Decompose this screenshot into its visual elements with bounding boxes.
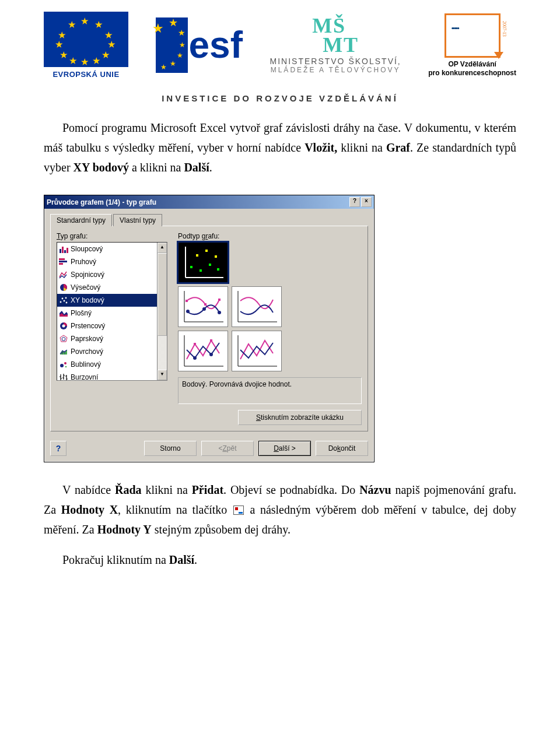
svg-rect-2 (64, 250, 66, 253)
op-logo: ····· 2007-13 OP Vzdělávání pro konkuren… (428, 13, 516, 77)
chart-type-label: Prstencový (71, 322, 105, 330)
chart-type-icon (59, 360, 68, 369)
op-frame-icon: ····· 2007-13 (444, 13, 501, 58)
chart-wizard-dialog: Průvodce grafem (1/4) - typ grafu ? × St… (44, 195, 374, 462)
svg-point-12 (65, 297, 67, 299)
msmt-title: MINISTERSTVO ŠKOLSTVÍ, (270, 57, 401, 66)
eu-label: EVROPSKÁ UNIE (52, 70, 119, 79)
svg-point-52 (218, 311, 221, 314)
chart-type-icon (59, 334, 68, 343)
op-years: 2007-13 (502, 21, 507, 37)
svg-rect-38 (190, 266, 192, 268)
svg-point-50 (186, 310, 190, 313)
subtype-description: Bodový. Porovnává dvojice hodnot. (178, 377, 362, 404)
chart-type-label: Burzovní (71, 373, 98, 380)
subtype-scatter-smooth[interactable] (232, 286, 282, 327)
chart-type-item[interactable]: Prstencový (57, 320, 157, 332)
chart-type-label: Bublinový (71, 360, 101, 369)
help-button[interactable]: ? (50, 441, 66, 456)
svg-point-59 (193, 356, 197, 360)
chart-type-icon (59, 308, 68, 318)
svg-rect-58 (210, 339, 212, 342)
chart-type-item[interactable]: XY bodový (57, 294, 157, 307)
svg-point-25 (64, 362, 66, 364)
chart-type-item[interactable]: Bublinový (57, 358, 157, 371)
banner-text: INVESTICE DO ROZVOJE VZDĚLÁVÁNÍ (44, 93, 516, 103)
chart-type-item[interactable]: Plošný (57, 307, 157, 320)
svg-rect-8 (59, 296, 68, 305)
subtype-scatter[interactable] (178, 242, 228, 283)
range-picker-icon (233, 506, 244, 515)
chart-type-label: Paprskový (71, 335, 103, 343)
paragraph-3: Pokračuj kliknutím na Další. (44, 550, 516, 570)
esf-flag-icon: ★ ★ ★ ★ ★ ★ ★ (156, 17, 188, 73)
titlebar-help-button[interactable]: ? (349, 197, 360, 207)
chart-type-item[interactable]: Výsečový (57, 281, 157, 294)
chart-type-icon (59, 244, 68, 254)
svg-point-60 (209, 353, 213, 356)
esf-text-icon: esf (189, 30, 243, 60)
svg-rect-1 (62, 247, 64, 253)
paragraph-2: V nabídce Řada klikni na Přidat. Objeví … (44, 480, 516, 539)
chart-type-item[interactable]: Povrchový (57, 345, 157, 358)
chart-type-item[interactable]: Paprskový (57, 332, 157, 345)
finish-button[interactable]: Dokončit (316, 441, 368, 456)
msmt-monogram-icon: MŠ MT (312, 16, 359, 54)
back-button[interactable]: < Zpět (201, 441, 254, 456)
scroll-thumb[interactable] (158, 253, 167, 336)
scrollbar[interactable]: ▲ ▼ (157, 243, 167, 380)
svg-rect-39 (196, 254, 198, 257)
titlebar-close-button[interactable]: × (361, 197, 372, 207)
chart-subtype-label: Podtyp grafu: (178, 232, 362, 240)
svg-point-26 (65, 366, 67, 368)
svg-marker-19 (62, 337, 65, 341)
svg-rect-4 (59, 258, 65, 260)
svg-point-24 (60, 364, 64, 367)
chart-type-icon (59, 296, 68, 305)
svg-point-11 (64, 300, 65, 302)
paragraph-1: Pomocí programu Microsoft Excel vytvoř g… (44, 118, 516, 177)
chart-type-label: Typ grafu: (57, 232, 167, 240)
chart-type-label: Spojnicový (71, 271, 104, 279)
svg-rect-44 (217, 268, 219, 271)
tab-standard-types[interactable]: Standardní typy (50, 214, 112, 226)
subtype-scatter-lines[interactable] (232, 331, 282, 371)
svg-rect-41 (205, 250, 208, 252)
chart-type-icon (59, 347, 68, 356)
svg-rect-40 (200, 269, 202, 272)
preview-button[interactable]: Stisknutím zobrazíte ukázku (238, 410, 362, 425)
svg-rect-5 (59, 261, 67, 262)
chart-type-icon (59, 283, 68, 292)
chart-type-label: XY bodový (71, 296, 104, 304)
op-dots-icon: ····· (451, 20, 459, 37)
chart-type-item[interactable]: Burzovní (57, 371, 157, 380)
chart-type-label: Povrchový (71, 348, 103, 356)
subtype-scatter-lines-markers[interactable] (178, 331, 228, 371)
svg-point-9 (60, 301, 62, 303)
tab-custom-types[interactable]: Vlastní typy (113, 214, 162, 226)
chart-type-item[interactable]: Sloupcový (57, 243, 157, 255)
subtype-scatter-smooth-markers[interactable] (178, 286, 228, 327)
chart-type-item[interactable]: Spojnicový (57, 268, 157, 281)
chart-type-label: Pruhový (71, 258, 96, 266)
scroll-up-button[interactable]: ▲ (158, 243, 167, 253)
cancel-button[interactable]: Storno (144, 441, 197, 456)
svg-point-17 (62, 325, 65, 328)
chart-type-label: Výsečový (71, 283, 100, 292)
svg-rect-49 (218, 299, 220, 301)
scroll-down-button[interactable]: ▼ (158, 370, 167, 380)
svg-rect-3 (66, 248, 68, 253)
next-button[interactable]: Další > (258, 441, 311, 456)
chart-type-icon (59, 321, 68, 331)
eu-logo: ★ ★ ★ ★ ★ ★ ★ ★ ★ ★ ★ ★ EVROPSKÁ UNIE (44, 12, 128, 79)
chart-type-list[interactable]: SloupcovýPruhovýSpojnicovýVýsečovýXY bod… (57, 242, 167, 381)
svg-rect-6 (59, 263, 63, 265)
svg-point-51 (202, 307, 206, 311)
chart-type-item[interactable]: Pruhový (57, 255, 157, 268)
svg-rect-42 (209, 264, 211, 266)
chart-type-label: Plošný (71, 309, 92, 317)
esf-logo: ★ ★ ★ ★ ★ ★ ★ esf (156, 17, 243, 73)
svg-rect-47 (186, 300, 188, 302)
chart-subtype-grid (178, 242, 362, 371)
svg-point-10 (62, 298, 64, 300)
